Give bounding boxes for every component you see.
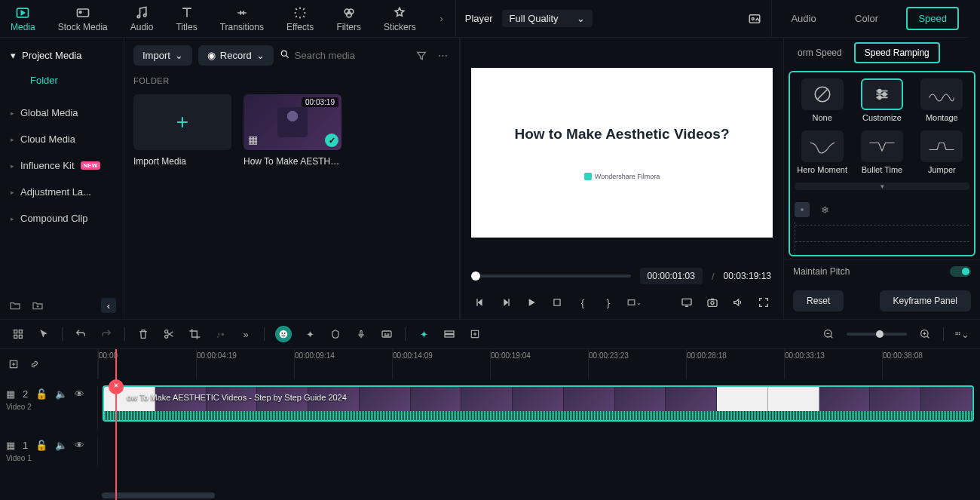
subtitle-button[interactable] [379, 327, 394, 342]
track-link-button[interactable] [27, 357, 42, 372]
aspect-button[interactable]: ⌄ [626, 295, 642, 310]
svg-rect-15 [708, 300, 717, 307]
marker-button[interactable] [328, 327, 343, 342]
import-media-card[interactable]: + Import Media [133, 94, 231, 167]
sidebar-item-influence-kit[interactable]: ▸Influence KitNEW [0, 152, 124, 179]
svg-rect-2 [77, 9, 88, 17]
music-beat-button[interactable]: ♪• [213, 327, 228, 342]
snapshot-button[interactable] [705, 295, 720, 310]
new-folder-icon[interactable] [8, 298, 23, 313]
more-tools-button[interactable]: » [238, 327, 253, 342]
playhead[interactable] [115, 349, 117, 500]
project-media[interactable]: ▾ Project Media [0, 44, 124, 67]
rtab-color[interactable]: Color [844, 8, 889, 29]
watermark: Wondershare Filmora [584, 173, 660, 180]
rtab-speed[interactable]: Speed [906, 7, 959, 30]
select-tool[interactable] [11, 327, 26, 342]
cursor-tool[interactable] [36, 327, 51, 342]
maintain-pitch-row: Maintain Pitch [784, 259, 980, 283]
next-frame-button[interactable] [498, 295, 513, 310]
sidebar-item-adjustment-layer[interactable]: ▸Adjustment La... [0, 179, 124, 205]
speed-graph[interactable]: 10x 5x 1x 0.5x 0.1x [795, 222, 969, 256]
lock-icon[interactable]: 🔓 [35, 388, 47, 400]
import-button[interactable]: Import⌄ [133, 45, 192, 66]
tab-transitions[interactable]: Transitions [216, 2, 268, 35]
rtab-audio[interactable]: Audio [780, 8, 826, 29]
voiceover-button[interactable] [354, 327, 369, 342]
prev-frame-button[interactable] [473, 295, 488, 310]
preset-jumper[interactable]: Jumper [914, 130, 969, 175]
filter-icon[interactable] [414, 48, 429, 63]
mute-icon[interactable]: 🔈 [55, 388, 67, 400]
zoom-in-button[interactable] [917, 327, 933, 342]
fullscreen-button[interactable] [756, 295, 771, 310]
tab-effects[interactable]: Effects [282, 2, 318, 35]
tab-titles[interactable]: Titles [171, 2, 201, 35]
track-add-button[interactable] [6, 357, 21, 372]
stop-button[interactable] [550, 295, 565, 310]
preset-hero-moment[interactable]: Hero Moment [795, 130, 850, 175]
new-folder-plus-icon[interactable] [30, 298, 45, 313]
magnet-button[interactable]: ✦ [416, 327, 431, 342]
lock-icon[interactable]: 🔓 [35, 440, 47, 451]
visible-icon[interactable]: 👁 [75, 440, 84, 451]
snapshot-icon[interactable] [747, 11, 762, 26]
play-button[interactable] [524, 295, 539, 310]
freeze-frame-button[interactable]: ❄ [817, 202, 832, 217]
sparkle-button[interactable]: ✦ [302, 327, 317, 342]
sidebar-collapse-button[interactable]: ‹ [101, 298, 116, 313]
tab-filters[interactable]: Filters [332, 2, 366, 35]
tab-stock-media[interactable]: Stock Media [54, 2, 112, 35]
timeline-view-button[interactable]: ⌄ [954, 327, 969, 342]
visible-icon[interactable]: 👁 [75, 388, 84, 400]
zoom-out-button[interactable] [821, 327, 836, 342]
quality-dropdown[interactable]: Full Quality ⌄ [502, 10, 593, 27]
media-sidebar: ▾ Project Media Folder ▸Global Media ▸Cl… [0, 38, 124, 319]
speed-ramping-tab[interactable]: Speed Ramping [854, 42, 940, 63]
tabs-scroll-right[interactable]: › [434, 13, 449, 24]
search-media[interactable] [280, 49, 408, 62]
sidebar-item-global-media[interactable]: ▸Global Media [0, 100, 124, 126]
volume-button[interactable] [730, 295, 746, 310]
link-tracks-button[interactable] [442, 327, 457, 342]
player-scrubber[interactable] [473, 275, 631, 278]
mark-in-button[interactable]: { [575, 295, 590, 310]
tab-audio[interactable]: Audio [126, 2, 158, 35]
tab-media[interactable]: Media [6, 2, 40, 35]
delete-button[interactable] [136, 327, 151, 342]
track-header-video2: ▦2 🔓 🔈 👁 Video 2 [0, 385, 98, 431]
display-settings-button[interactable] [679, 295, 694, 310]
svg-point-30 [284, 333, 286, 334]
preset-none[interactable]: None [795, 78, 850, 123]
presets-expand[interactable]: ▾ [795, 183, 969, 190]
split-button[interactable] [161, 327, 176, 342]
duration-badge: 00:03:19 [302, 97, 338, 107]
crop-button[interactable] [187, 327, 202, 342]
ai-tool-button[interactable] [275, 326, 292, 342]
keyframe-tool[interactable] [467, 327, 482, 342]
reset-button[interactable]: Reset [793, 290, 844, 311]
add-keyframe-button[interactable] [795, 202, 810, 217]
sidebar-item-compound-clip[interactable]: ▸Compound Clip [0, 205, 124, 232]
maintain-pitch-toggle[interactable] [950, 266, 971, 277]
timeline-hscroll[interactable] [102, 492, 974, 498]
undo-button[interactable] [73, 327, 88, 342]
video-clip[interactable]: ow To Make AESTHETIC Videos - Step by St… [103, 385, 974, 422]
mute-icon[interactable]: 🔈 [55, 440, 67, 451]
redo-button[interactable] [99, 327, 114, 342]
zoom-slider[interactable] [847, 333, 907, 336]
media-clip-card[interactable]: 00:03:19 ▦ ✓ How To Make AESTHE... [243, 94, 341, 167]
timeline-ruler[interactable]: 00:00 00:00:04:19 00:00:09:14 00:00:14:0… [98, 349, 980, 379]
uniform-speed-tab[interactable]: orm Speed [789, 44, 851, 62]
preset-bullet-time[interactable]: Bullet Time [854, 130, 909, 175]
sidebar-item-cloud-media[interactable]: ▸Cloud Media [0, 126, 124, 152]
search-input[interactable] [295, 50, 408, 61]
tab-stickers[interactable]: Stickers [379, 2, 421, 35]
folder-tab[interactable]: Folder [0, 67, 124, 94]
mark-out-button[interactable]: } [601, 295, 616, 310]
preset-customize[interactable]: Customize [854, 78, 909, 123]
preset-montage[interactable]: Montage [914, 78, 969, 123]
record-button[interactable]: ◉Record⌄ [198, 45, 274, 66]
more-icon[interactable]: ⋯ [435, 48, 450, 63]
keyframe-panel-button[interactable]: Keyframe Panel [880, 290, 971, 311]
